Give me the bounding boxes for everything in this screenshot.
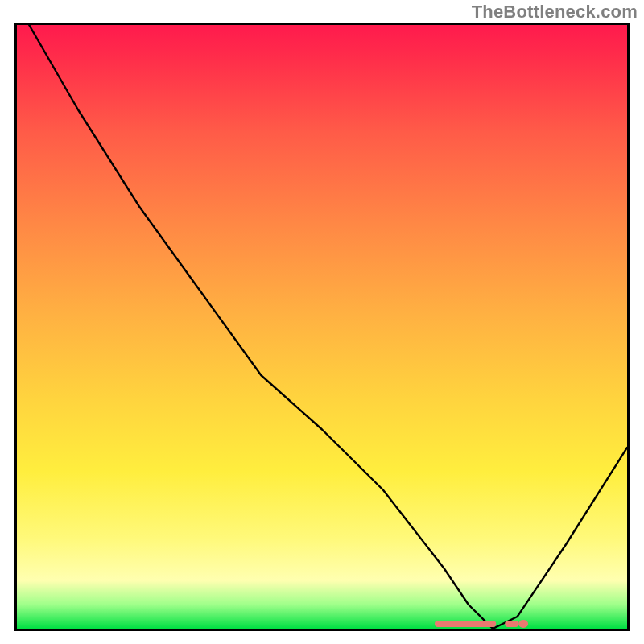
- watermark-text: TheBottleneck.com: [472, 2, 638, 23]
- minimum-markers: [438, 620, 528, 628]
- chart-overlay: [17, 25, 627, 629]
- chart-container: TheBottleneck.com: [0, 0, 644, 644]
- curve-line: [29, 25, 627, 629]
- plot-frame: [14, 23, 630, 631]
- marker-dot: [518, 620, 528, 628]
